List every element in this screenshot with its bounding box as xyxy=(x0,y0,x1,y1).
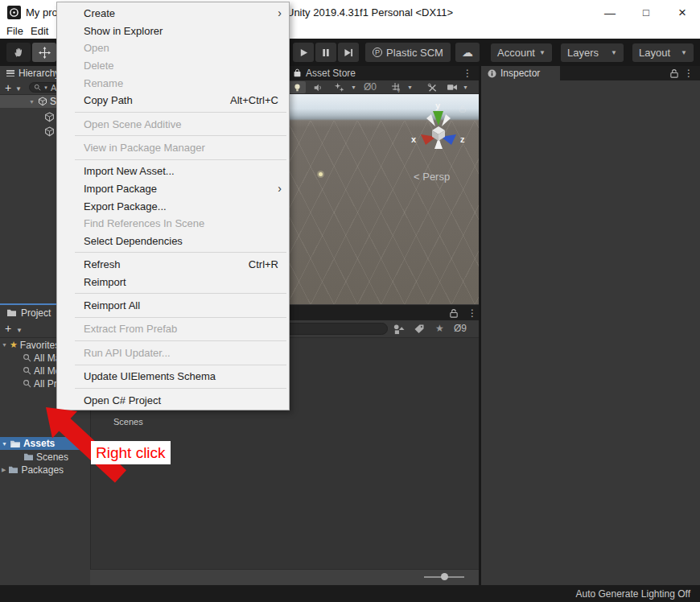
menu-item-label: Open Scene Additive xyxy=(84,118,181,130)
menu-item-update-uielements-schema[interactable]: Update UIElements Schema xyxy=(57,368,289,386)
zoom-slider-thumb[interactable] xyxy=(441,573,448,580)
scene-camera-button[interactable] xyxy=(444,81,460,93)
gizmo-white-cone[interactable] xyxy=(442,114,451,126)
chevron-down-icon[interactable]: ▼ xyxy=(16,327,23,334)
speaker-icon xyxy=(313,83,323,93)
menu-item-delete[interactable]: Delete xyxy=(57,57,289,75)
expander-icon[interactable]: ▶ xyxy=(2,467,6,473)
gameobject-cube-icon[interactable] xyxy=(44,126,55,137)
pause-icon xyxy=(322,48,330,57)
menu-item-import-new-asset[interactable]: Import New Asset... xyxy=(57,163,289,180)
lock-icon[interactable] xyxy=(669,68,679,78)
scene-grid-toggle[interactable]: y xyxy=(389,81,405,93)
scene-viewport[interactable]: y x z < Persp xyxy=(286,94,479,304)
scene-lighting-toggle[interactable] xyxy=(288,81,306,93)
plastic-scm-button[interactable]: P Plastic SCM xyxy=(365,43,451,62)
menu-item-label: Refresh xyxy=(84,258,121,270)
project-hidden-toggle[interactable]: Ø9 xyxy=(454,323,467,334)
chevron-down-icon: ▼ xyxy=(681,49,687,56)
kebab-menu-icon[interactable]: ⋮ xyxy=(684,68,694,79)
chevron-down-icon[interactable]: ▼ xyxy=(407,85,413,90)
menu-separator xyxy=(75,365,286,365)
layers-dropdown[interactable]: Layers ▼ xyxy=(561,43,624,62)
minimize-button[interactable]: — xyxy=(599,4,620,22)
play-button[interactable] xyxy=(293,43,314,62)
tab-inspector[interactable]: Inspector xyxy=(481,66,560,80)
kebab-menu-icon[interactable]: ⋮ xyxy=(467,307,477,319)
scene-audio-toggle[interactable] xyxy=(309,81,327,93)
chevron-down-icon: ▼ xyxy=(43,85,48,90)
menu-item-reimport[interactable]: Reimport xyxy=(57,273,289,291)
light-gizmo-icon[interactable] xyxy=(319,172,323,176)
expander-icon[interactable]: ▼ xyxy=(2,441,7,447)
chevron-down-icon[interactable]: ▼ xyxy=(463,85,468,90)
cloud-button[interactable]: ☁ xyxy=(455,43,480,62)
favorites-filter-star-icon[interactable]: ★ xyxy=(435,323,444,334)
plastic-scm-label: Plastic SCM xyxy=(386,47,443,59)
gizmo-y-cone[interactable] xyxy=(433,111,443,126)
menu-item-copy-path[interactable]: Copy PathAlt+Ctrl+C xyxy=(57,92,289,109)
menu-item-extract-from-prefab[interactable]: Extract From Prefab xyxy=(57,320,289,338)
folder-open-icon xyxy=(10,439,21,448)
scene-tools-button[interactable] xyxy=(423,81,441,93)
gameobject-cube-icon[interactable] xyxy=(44,112,55,122)
menu-item-find-references-in-scene[interactable]: Find References In Scene xyxy=(57,215,289,233)
menu-item-refresh[interactable]: RefreshCtrl+R xyxy=(57,256,289,274)
menu-edit[interactable]: Edit xyxy=(31,25,48,37)
asset-store-bag-icon xyxy=(293,68,302,78)
tab-asset-store[interactable]: Asset Store xyxy=(286,66,375,80)
menu-item-import-package[interactable]: Import Package› xyxy=(57,180,289,198)
lock-icon[interactable] xyxy=(449,308,459,318)
menu-item-open[interactable]: Open xyxy=(57,39,289,57)
tree-item-label: Favorites xyxy=(20,340,60,351)
menu-separator xyxy=(75,159,286,160)
menu-item-select-dependencies[interactable]: Select Dependencies xyxy=(57,232,289,249)
menu-separator xyxy=(75,112,286,113)
chevron-down-icon[interactable]: ▼ xyxy=(351,85,356,90)
chevron-down-icon[interactable]: ▼ xyxy=(15,85,22,93)
menu-item-label: Reimport xyxy=(84,276,126,288)
chevron-down-icon: ▼ xyxy=(539,49,546,56)
inspector-header: Inspector ⋮ xyxy=(481,66,700,80)
filter-by-type-icon[interactable] xyxy=(393,324,405,335)
menu-item-open-scene-additive[interactable]: Open Scene Additive xyxy=(57,115,289,133)
expander-icon[interactable]: ▼ xyxy=(29,99,35,105)
hand-tool-button[interactable] xyxy=(6,43,31,62)
filter-by-label-icon[interactable] xyxy=(414,324,425,335)
menu-item-export-package[interactable]: Export Package... xyxy=(57,197,289,215)
account-label: Account xyxy=(497,47,535,59)
menu-item-view-in-package-manager[interactable]: View in Package Manager xyxy=(57,139,289,157)
move-tool-button[interactable] xyxy=(32,43,56,62)
menu-file[interactable]: File xyxy=(6,25,23,37)
menu-separator xyxy=(75,252,286,253)
scene-view-toolbar: ▼ Ø0 y ▼ ▼ xyxy=(286,80,479,94)
scene-hidden-toggle[interactable]: Ø0 xyxy=(364,81,377,93)
persp-mode-label[interactable]: < Persp xyxy=(414,171,450,183)
unity-logo-icon xyxy=(7,6,21,19)
scene-effects-toggle[interactable] xyxy=(330,81,348,93)
orientation-gizmo[interactable]: y x z xyxy=(406,101,471,161)
layout-dropdown[interactable]: Layout ▼ xyxy=(632,43,694,62)
maximize-button[interactable]: □ xyxy=(636,4,657,22)
pause-button[interactable] xyxy=(315,43,336,62)
menu-item-label: Export Package... xyxy=(84,200,167,212)
menu-item-reimport-all[interactable]: Reimport All xyxy=(57,297,289,315)
hierarchy-tab-label: Hierarchy xyxy=(19,68,60,79)
account-dropdown[interactable]: Account ▼ xyxy=(491,43,552,62)
add-asset-button[interactable]: + xyxy=(5,323,11,334)
expander-icon[interactable]: ▼ xyxy=(2,342,7,348)
move-icon xyxy=(39,47,51,59)
grid-icon: y xyxy=(392,83,401,93)
gizmo-white-cone[interactable] xyxy=(426,114,435,126)
menu-item-label: Select Dependencies xyxy=(84,235,183,247)
menu-item-rename[interactable]: Rename xyxy=(57,74,289,92)
close-button[interactable]: × xyxy=(672,4,693,22)
menu-item-show-in-explorer[interactable]: Show in Explorer xyxy=(57,23,289,40)
add-object-button[interactable]: + xyxy=(5,82,11,93)
menu-separator xyxy=(75,293,286,294)
menu-item-label: Extract From Prefab xyxy=(84,323,177,335)
kebab-menu-icon[interactable]: ⋮ xyxy=(463,68,472,79)
menu-item-create[interactable]: Create› xyxy=(57,5,289,23)
menu-item-run-api-updater[interactable]: Run API Updater... xyxy=(57,344,289,362)
step-button[interactable] xyxy=(338,43,359,62)
